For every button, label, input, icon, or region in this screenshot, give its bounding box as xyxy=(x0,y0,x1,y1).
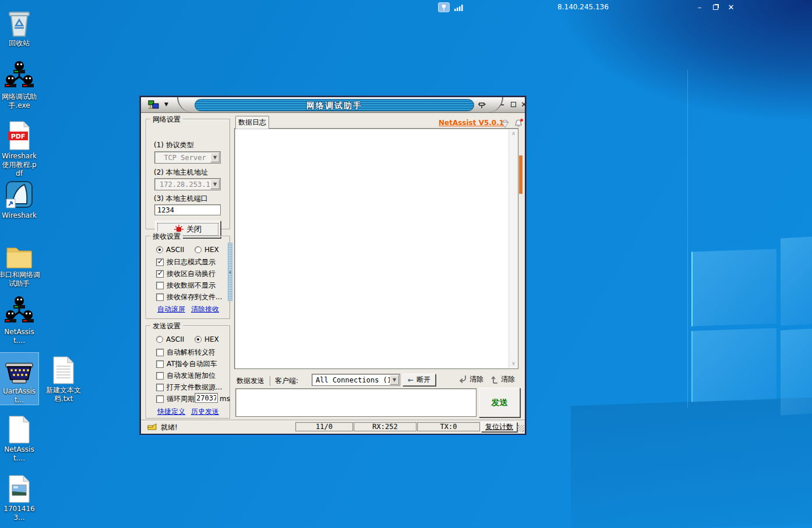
maximize-button[interactable] xyxy=(509,100,518,110)
checkbox-icon xyxy=(156,372,164,380)
dropdown-arrow-icon[interactable]: ▼ xyxy=(210,179,220,189)
tab-data-send[interactable]: 数据发送 xyxy=(236,376,270,386)
send-option-append[interactable]: 自动发送附加位 xyxy=(156,371,216,381)
desktop-icon-recycle-bin[interactable]: 回收站 xyxy=(0,7,38,48)
log-scrollbar[interactable]: ∧ ∨ xyxy=(509,129,517,368)
desktop-icon-netassist-shortcut[interactable]: NetAssist.... xyxy=(0,296,38,345)
disconnect-button[interactable]: ← 断开 xyxy=(403,374,436,386)
blank-file-icon xyxy=(0,413,38,444)
send-hex-radio[interactable]: HEX xyxy=(195,335,219,343)
desktop-icon-label: 网络调试助手.exe xyxy=(0,93,38,110)
desktop-icon-folder[interactable]: 串口和网络调试助手 xyxy=(0,239,40,288)
diamond-icon[interactable] xyxy=(500,119,510,128)
send-option-cycle[interactable]: 循环周期 xyxy=(156,394,195,404)
status-count: 11/0 xyxy=(295,422,353,431)
tab-data-log[interactable]: 数据日志 xyxy=(235,116,269,129)
dropdown-arrow-icon[interactable]: ▼ xyxy=(210,153,220,162)
desktop-icon-label: NetAssist.... xyxy=(0,445,38,463)
send-option-escape[interactable]: 自动解析转义符 xyxy=(156,348,216,357)
pin-icon[interactable] xyxy=(478,101,486,109)
rdp-restore-button[interactable] xyxy=(709,2,722,13)
desktop-icon-label: 17014163... xyxy=(0,505,38,522)
cycle-unit-label: ms xyxy=(220,395,230,403)
panel-collapse-handle[interactable]: ‹ xyxy=(228,243,232,301)
app-menu-arrow-icon[interactable]: ▼ xyxy=(164,101,168,107)
data-log-area[interactable]: ∧ ∨ xyxy=(234,128,518,369)
left-arrow-icon: ← xyxy=(408,376,414,384)
network-nodes-icon xyxy=(0,296,38,326)
recv-option-log-mode[interactable]: 按日志模式显示 xyxy=(156,257,216,267)
desktop-icon-netassist-file[interactable]: NetAssist.... xyxy=(0,413,38,463)
desktop-icon-new-text-file[interactable]: 新建文本文档.txt xyxy=(43,354,84,403)
checkbox-icon xyxy=(156,270,164,278)
radio-icon xyxy=(195,246,202,253)
recv-option-hide[interactable]: 接收数据不显示 xyxy=(156,281,216,290)
port-input[interactable] xyxy=(154,204,221,215)
shortcut-define-link[interactable]: 快捷定义 xyxy=(157,407,185,417)
client-select[interactable]: All Connections (1) ▼ xyxy=(312,374,400,386)
edge-marker-strip xyxy=(519,155,522,194)
desktop-icon-label: 新建文本文档.txt xyxy=(43,386,84,403)
folder-icon xyxy=(0,239,40,269)
cycle-period-input[interactable] xyxy=(195,393,218,403)
send-ascii-radio[interactable]: ASCII xyxy=(156,335,184,343)
clear-recv-button[interactable]: 清除 xyxy=(459,374,483,384)
send-option-file-source[interactable]: 打开文件数据源... xyxy=(156,382,222,392)
desktop-icon-wireshark-pdf[interactable]: PDF Wireshark使用教程.pdf xyxy=(0,120,38,178)
radio-icon xyxy=(156,246,163,253)
desktop-icon-netassist-exe[interactable]: 网络调试助手.exe xyxy=(0,61,38,110)
app-icon xyxy=(148,100,160,110)
desktop: 回收站 网络调试助手.exe PDF Wireshark使用教程 xyxy=(0,0,812,528)
status-bar: 就绪! 11/0 RX:252 TX:0 复位计数 xyxy=(141,420,525,433)
reset-counter-button[interactable]: 复位计数 xyxy=(481,422,517,432)
host-select[interactable]: 172.28.253.162 ▼ xyxy=(154,178,221,190)
send-option-at-cr[interactable]: AT指令自动回车 xyxy=(156,359,217,369)
wallpaper-line xyxy=(687,70,688,407)
radio-icon xyxy=(195,336,202,343)
resize-grip-icon[interactable] xyxy=(517,425,524,432)
clear-recv-link[interactable]: 清除接收 xyxy=(191,304,219,314)
recv-ascii-radio[interactable]: ASCII xyxy=(156,246,184,254)
clear-send-button[interactable]: 清除 xyxy=(491,374,515,384)
netassist-window: ▼ 网络调试助手 – ✕ 网络设置 (1) 协议类型 TCP Server ▼ xyxy=(140,96,526,435)
checkbox-icon xyxy=(156,360,164,368)
scroll-down-icon[interactable]: ∨ xyxy=(509,359,518,368)
recv-option-wrap[interactable]: 接收区自动换行 xyxy=(156,269,216,279)
network-nodes-icon xyxy=(0,61,38,91)
serial-connector-icon xyxy=(0,355,38,385)
recv-option-save-file[interactable]: 接收保存到文件... xyxy=(156,292,222,302)
minimize-button[interactable]: – xyxy=(497,100,507,110)
close-button[interactable]: ✕ xyxy=(519,100,529,110)
rdp-connection-bar[interactable]: 8.140.245.136 – ✕ xyxy=(415,0,751,15)
window-titlebar[interactable]: ▼ 网络调试助手 – ✕ xyxy=(141,97,525,113)
desktop-icon-label: UartAssist... xyxy=(0,387,38,405)
title-pill: 网络调试助手 xyxy=(195,99,474,111)
status-ready-text: 就绪! xyxy=(161,423,178,433)
maximize-icon xyxy=(511,102,516,107)
history-send-link[interactable]: 历史发送 xyxy=(191,407,219,417)
pdf-file-icon: PDF xyxy=(0,120,38,150)
protocol-label: (1) 协议类型 xyxy=(154,140,194,150)
desktop-icon-label: 回收站 xyxy=(0,39,38,48)
autoscroll-link[interactable]: 自动滚屏 xyxy=(157,304,185,314)
scroll-up-icon[interactable]: ∧ xyxy=(509,129,518,138)
svg-text:PDF: PDF xyxy=(11,133,26,140)
recv-hex-radio[interactable]: HEX xyxy=(195,246,219,254)
desktop-icon-image-file[interactable]: 17014163... xyxy=(0,473,38,522)
desktop-icon-wireshark[interactable]: Wireshark xyxy=(0,179,38,220)
rdp-minimize-button[interactable]: – xyxy=(693,2,706,13)
group-title: 网络设置 xyxy=(150,115,183,125)
dropdown-arrow-icon[interactable]: ▼ xyxy=(390,375,399,385)
rdp-close-button[interactable]: ✕ xyxy=(725,2,737,13)
notification-bell-icon[interactable] xyxy=(514,118,524,128)
titlebar-swoosh xyxy=(177,97,192,112)
protocol-select[interactable]: TCP Server ▼ xyxy=(154,151,221,164)
recycle-bin-icon xyxy=(0,7,38,37)
desktop-icon-label: NetAssist.... xyxy=(0,328,38,345)
desktop-icon-label: Wireshark使用教程.pdf xyxy=(0,152,38,178)
checkbox-icon xyxy=(156,282,164,289)
version-link[interactable]: NetAssist V5.0.1 xyxy=(439,119,504,127)
send-button[interactable]: 发送 xyxy=(479,388,520,417)
send-text-input[interactable] xyxy=(235,388,476,417)
desktop-icon-uartassist[interactable]: UartAssist... xyxy=(0,353,38,405)
